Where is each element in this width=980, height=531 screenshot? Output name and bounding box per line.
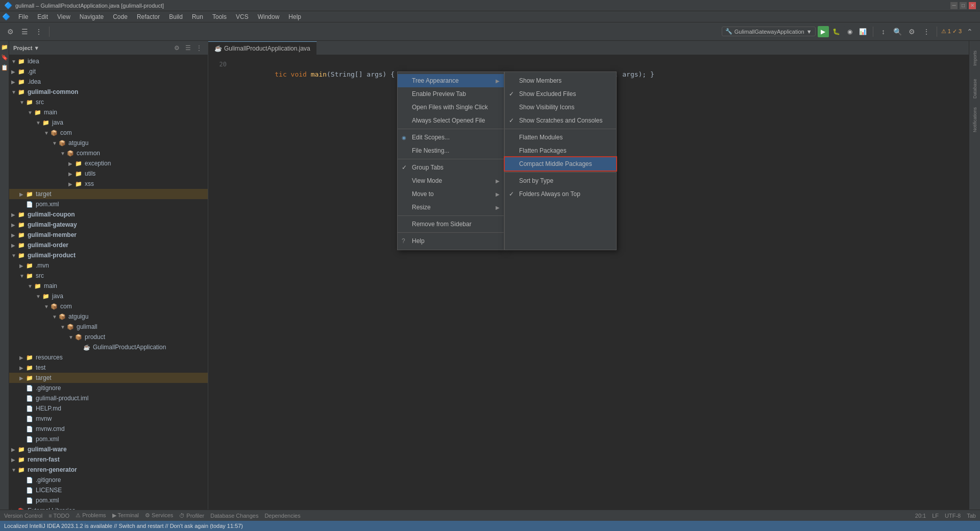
tree-item[interactable]: 📄.gitignore [9,475,208,485]
tree-item[interactable]: 📄mvnw [9,414,208,424]
submenu-flatten-modules[interactable]: Flatten Modules [505,131,616,144]
status-services[interactable]: ⚙ Services [145,512,173,519]
submenu-show-excluded[interactable]: ✓ Show Excluded Files [505,87,616,101]
tree-item[interactable]: ▼📦com [9,301,208,311]
submenu-show-members[interactable]: Show Members [505,74,616,87]
tree-item[interactable]: ▼📁main [9,107,208,117]
status-encoding[interactable]: UTF-8 [945,513,961,519]
toolbar-vcs[interactable]: ↕ [877,26,890,38]
tree-item[interactable]: ▼📦atguigu [9,138,208,148]
toolbar-expand[interactable]: ⌃ [964,26,976,38]
tree-item[interactable]: ▶📁target [9,373,208,383]
tree-item[interactable]: 📄pom.xml [9,199,208,209]
submenu-flatten-packages[interactable]: Flatten Packages [505,144,616,157]
tree-item[interactable]: ▼📦atguigu [9,311,208,322]
menu-view[interactable]: View [53,12,75,21]
submenu-show-scratches[interactable]: ✓ Show Scratches and Consoles [505,114,616,127]
tree-item[interactable]: ▶📁gulimall-gateway [9,220,208,230]
tree-item[interactable]: ▶📁gulimall-ware [9,444,208,454]
minimize-button[interactable]: ─ [950,2,958,9]
tree-item[interactable]: ▼📁gulimall-product [9,250,208,260]
status-todo[interactable]: ≡ TODO [48,513,69,519]
tree-item[interactable]: ▼📦common [9,148,208,158]
tree-item[interactable]: ▶📁xss [9,179,208,189]
sidebar-collapse-btn[interactable]: ☰ [183,43,192,53]
status-profiler[interactable]: ⏱ Profiler [179,513,204,519]
status-db-changes[interactable]: Database Changes [210,513,258,519]
tree-item[interactable]: ▶📁.idea [9,77,208,87]
toolbar-list[interactable]: ☰ [18,26,31,38]
right-panel-database[interactable]: Database [970,74,980,104]
tree-item[interactable]: ▼📁src [9,97,208,107]
status-indent[interactable]: Tab [967,513,976,519]
menu-open-single-click[interactable]: Open Files with Single Click [398,101,504,114]
activity-bookmarks[interactable]: 🔖 [1,53,9,61]
tree-item[interactable]: 📄mvnw.cmd [9,424,208,434]
status-version-control[interactable]: Version Control [4,513,42,519]
menu-code[interactable]: Code [109,12,132,21]
tree-item[interactable]: ▼📁idea [9,56,208,66]
tree-item[interactable]: ▶📁utils [9,168,208,179]
activity-project[interactable]: 📁 [1,43,9,51]
sidebar-settings-btn[interactable]: ⚙ [172,43,181,53]
profile-button[interactable]: 📊 [857,26,869,37]
menu-enable-preview[interactable]: Enable Preview Tab [398,87,504,101]
menu-navigate[interactable]: Navigate [76,12,108,21]
debug-button[interactable]: 🐛 [831,26,842,37]
menu-help[interactable]: Help [284,12,305,21]
tree-item[interactable]: ▶📁.mvn [9,260,208,271]
status-line-ending[interactable]: LF [932,513,939,519]
tree-item[interactable]: 📄LICENSE [9,485,208,495]
toolbar-gear2[interactable]: ⚙ [906,26,918,38]
status-terminal[interactable]: ▶ Terminal [112,512,139,519]
tree-item[interactable]: ▶📁resources [9,352,208,363]
menu-remove-sidebar[interactable]: Remove from Sidebar [398,218,504,231]
tree-item[interactable]: 📄pom.xml [9,495,208,505]
tree-item[interactable]: ▶📁gulimall-order [9,240,208,250]
close-button[interactable]: ✕ [969,2,976,9]
tree-item[interactable]: ▼📦gulimall [9,322,208,332]
run-config-selector[interactable]: 🔧 GulimallGatewayApplication ▼ [722,27,816,36]
status-dependencies[interactable]: Dependencies [264,513,300,519]
tree-item[interactable]: ▶📁target [9,189,208,199]
menu-tools[interactable]: Tools [208,12,231,21]
menu-always-select[interactable]: Always Select Opened File [398,114,504,127]
tree-item[interactable]: ▼📦product [9,332,208,342]
menu-refactor[interactable]: Refactor [133,12,164,21]
toolbar-search[interactable]: 🔍 [892,26,904,38]
status-problems[interactable]: ⚠ Problems [76,512,106,519]
tree-item[interactable]: ▶📁test [9,363,208,373]
menu-tree-appearance[interactable]: Tree Appearance ▶ [398,74,504,87]
menu-file-nesting[interactable]: File Nesting... [398,144,504,157]
menu-move-to[interactable]: Move to ▶ [398,187,504,201]
tree-item[interactable]: ▶📁gulimall-member [9,230,208,240]
right-panel-imports[interactable]: Imports [970,43,980,74]
tree-item[interactable]: ▶📁renren-fast [9,454,208,465]
menu-window[interactable]: Window [254,12,284,21]
tree-item[interactable]: ▼📁src [9,271,208,281]
toolbar-gear[interactable]: ⋮ [33,26,45,38]
menu-group-tabs[interactable]: ✓ Group Tabs [398,161,504,174]
tree-item[interactable]: ▶📚External Libraries [9,505,208,510]
tree-item[interactable]: ☕GulimallProductApplication [9,342,208,352]
tree-item[interactable]: 📄.gitignore [9,383,208,393]
submenu-compact-middle[interactable]: Compact Middle Packages [505,157,616,171]
tree-item[interactable]: ▶📁.git [9,66,208,77]
tree-item[interactable]: 📄pom.xml [9,434,208,444]
tree-item[interactable]: ▶📁exception [9,158,208,168]
submenu-folders-on-top[interactable]: ✓ Folders Always on Top [505,187,616,201]
menu-file[interactable]: File [14,12,32,21]
menu-vcs[interactable]: VCS [232,12,253,21]
toolbar-settings[interactable]: ⚙ [4,26,16,38]
run-button[interactable]: ▶ [818,26,829,37]
activity-structure[interactable]: 📋 [1,63,9,71]
tree-item[interactable]: ▼📦com [9,128,208,138]
tree-item[interactable]: ▼📁java [9,291,208,301]
menu-view-mode[interactable]: View Mode ▶ [398,174,504,187]
editor-tab-main[interactable]: ☕ GulimallProductApplication.java [208,41,317,55]
menu-edit[interactable]: Edit [33,12,52,21]
run-with-coverage[interactable]: ◉ [844,26,855,37]
submenu-show-visibility[interactable]: Show Visibility Icons [505,101,616,114]
tree-item[interactable]: ▼📁main [9,281,208,291]
menu-edit-scopes[interactable]: ◉ Edit Scopes... [398,131,504,144]
